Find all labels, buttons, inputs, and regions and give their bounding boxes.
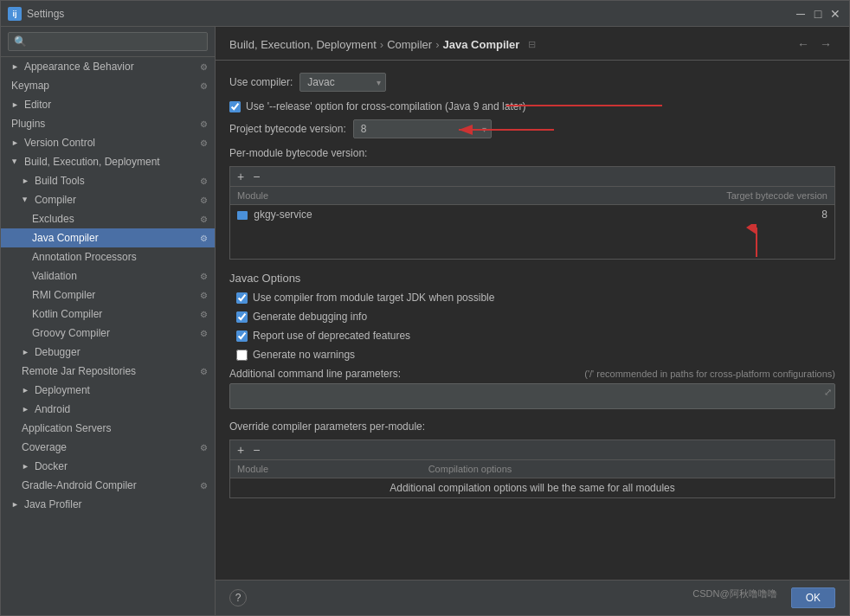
arrow-icon: ►: [10, 158, 19, 166]
sidebar-item-label: Build, Execution, Deployment: [24, 156, 160, 168]
javac-option-checkbox-0[interactable]: [236, 292, 248, 304]
annotation-line-1: [506, 102, 662, 109]
sidebar-item-appearance[interactable]: ► Appearance & Behavior ⚙: [1, 57, 215, 76]
compiler-select[interactable]: Javac Eclipse Ajc: [299, 73, 386, 92]
javac-option-checkbox-3[interactable]: [236, 350, 248, 361]
arrow-icon: ►: [11, 500, 19, 509]
cross-compile-label: Use '--release' option for cross-compila…: [246, 100, 525, 112]
sidebar-item-editor[interactable]: ► Editor: [1, 95, 215, 114]
sidebar-item-label: Compiler: [35, 194, 76, 206]
sidebar-item-excludes[interactable]: Excludes ⚙: [1, 209, 215, 228]
title-bar: ij Settings ─ □ ✕: [1, 1, 849, 27]
project-bytecode-label: Project bytecode version:: [229, 123, 346, 135]
sidebar-item-compiler[interactable]: ► Compiler ⚙: [1, 190, 215, 209]
javac-options-header: Javac Options: [229, 272, 835, 285]
module-icon: [237, 211, 248, 220]
gear-icon: ⚙: [200, 367, 208, 376]
breadcrumb-sep2: ›: [435, 38, 439, 51]
sidebar-item-annotation-processors[interactable]: Annotation Processors: [1, 247, 215, 266]
gear-icon: ⚙: [200, 310, 208, 319]
app-icon: ij: [8, 7, 22, 21]
breadcrumb-sep1: ›: [380, 38, 383, 51]
use-compiler-label: Use compiler:: [229, 76, 293, 88]
sidebar-item-build-tools[interactable]: ► Build Tools ⚙: [1, 171, 215, 190]
maximize-button[interactable]: □: [811, 7, 825, 21]
sidebar-item-keymap[interactable]: Keymap ⚙: [1, 76, 215, 95]
sidebar-item-app-servers[interactable]: Application Servers: [1, 419, 215, 438]
bottom-bar-left: ?: [229, 589, 247, 606]
ok-button[interactable]: OK: [791, 587, 835, 608]
sidebar-item-debugger[interactable]: ► Debugger: [1, 343, 215, 362]
javac-option-row-0: Use compiler from module target JDK when…: [236, 292, 835, 304]
sidebar-item-coverage[interactable]: Coverage ⚙: [1, 438, 215, 457]
sidebar-item-plugins[interactable]: Plugins ⚙: [1, 114, 215, 133]
sidebar-item-rmi-compiler[interactable]: RMI Compiler ⚙: [1, 286, 215, 305]
search-area: [1, 27, 215, 57]
add-override-button[interactable]: +: [235, 444, 246, 456]
sidebar-item-label: Groovy Compiler: [32, 327, 110, 339]
expand-button[interactable]: ⤢: [824, 387, 832, 398]
arrow-icon: ►: [11, 138, 19, 147]
nav-arrows: ← →: [794, 35, 835, 53]
sidebar-item-android[interactable]: ► Android: [1, 400, 215, 419]
sidebar-item-deployment[interactable]: ► Deployment: [1, 381, 215, 400]
sidebar-item-docker[interactable]: ► Docker: [1, 457, 215, 476]
override-section: Override compiler parameters per-module:…: [229, 420, 835, 498]
javac-option-checkbox-2[interactable]: [236, 330, 248, 342]
sidebar-item-groovy-compiler[interactable]: Groovy Compiler ⚙: [1, 324, 215, 343]
sidebar-item-label: Debugger: [35, 346, 80, 358]
additional-cmd-area: Additional command line parameters: ('/'…: [229, 368, 835, 412]
override-col-options: Compilation options: [422, 460, 834, 478]
module-name: gkgy-service: [254, 209, 312, 221]
additional-cmd-input[interactable]: [229, 383, 835, 409]
gear-icon: ⚙: [200, 81, 208, 91]
sidebar: ► Appearance & Behavior ⚙ Keymap ⚙ ► Edi…: [1, 27, 216, 615]
sidebar-item-gradle-android[interactable]: Gradle-Android Compiler ⚙: [1, 476, 215, 495]
back-button[interactable]: ←: [794, 35, 813, 53]
gear-icon: ⚙: [200, 329, 208, 338]
breadcrumb-current: Java Compiler: [443, 38, 520, 51]
sidebar-item-label: Plugins: [11, 118, 45, 130]
remove-module-button[interactable]: −: [251, 170, 261, 183]
javac-option-label-2: Report use of deprecated features: [253, 330, 410, 342]
javac-option-checkbox-1[interactable]: [236, 311, 248, 323]
sidebar-item-label: Android: [35, 403, 70, 415]
sidebar-item-remote-jar[interactable]: Remote Jar Repositories ⚙: [1, 362, 215, 381]
additional-cmd-input-area: ⤢: [229, 383, 835, 412]
override-table-toolbar: + −: [230, 440, 834, 460]
breadcrumb-part2: Compiler: [387, 38, 432, 51]
close-button[interactable]: ✕: [828, 7, 842, 21]
javac-option-row-3: Generate no warnings: [236, 349, 835, 361]
gear-icon: ⚙: [200, 196, 208, 205]
annotation-arrow-2: [731, 224, 782, 259]
add-module-button[interactable]: +: [235, 170, 246, 183]
arrow-icon: ►: [22, 176, 29, 185]
sidebar-item-java-profiler[interactable]: ► Java Profiler: [1, 495, 215, 514]
table-row[interactable]: gkgy-service 8: [230, 205, 834, 225]
remove-override-button[interactable]: −: [251, 444, 261, 456]
sidebar-item-label: Editor: [24, 99, 51, 111]
sidebar-item-label: Docker: [35, 460, 68, 472]
bottom-bar-right: CSDN@阿秋噜噜噜 OK: [686, 587, 835, 608]
cross-compile-checkbox[interactable]: [229, 101, 241, 112]
override-table-container: + − Module Compilation options: [229, 440, 835, 498]
minimize-button[interactable]: ─: [794, 7, 808, 21]
sidebar-item-label: Kotlin Compiler: [32, 308, 102, 320]
forward-button[interactable]: →: [816, 35, 835, 53]
gear-icon: ⚙: [200, 272, 208, 281]
sidebar-item-kotlin-compiler[interactable]: Kotlin Compiler ⚙: [1, 305, 215, 324]
sidebar-item-label: Gradle-Android Compiler: [22, 479, 137, 491]
javac-option-row-1: Generate debugging info: [236, 311, 835, 323]
additional-cmd-hint: ('/' recommended in paths for cross-plat…: [584, 369, 835, 379]
sidebar-item-version-control[interactable]: ► Version Control ⚙: [1, 133, 215, 152]
use-compiler-row: Use compiler: Javac Eclipse Ajc: [229, 73, 835, 92]
override-label: Override compiler parameters per-module:: [229, 420, 835, 433]
additional-cmd-label: Additional command line parameters:: [229, 368, 401, 380]
per-module-table-container: + − Module Target bytecode version: [229, 166, 835, 260]
help-button[interactable]: ?: [229, 589, 247, 606]
breadcrumb: Build, Execution, Deployment › Compiler …: [229, 38, 536, 51]
search-input[interactable]: [8, 32, 208, 51]
sidebar-item-java-compiler[interactable]: Java Compiler ⚙: [1, 228, 215, 247]
sidebar-item-validation[interactable]: Validation ⚙: [1, 266, 215, 286]
sidebar-item-build-execution[interactable]: ► Build, Execution, Deployment: [1, 152, 215, 171]
